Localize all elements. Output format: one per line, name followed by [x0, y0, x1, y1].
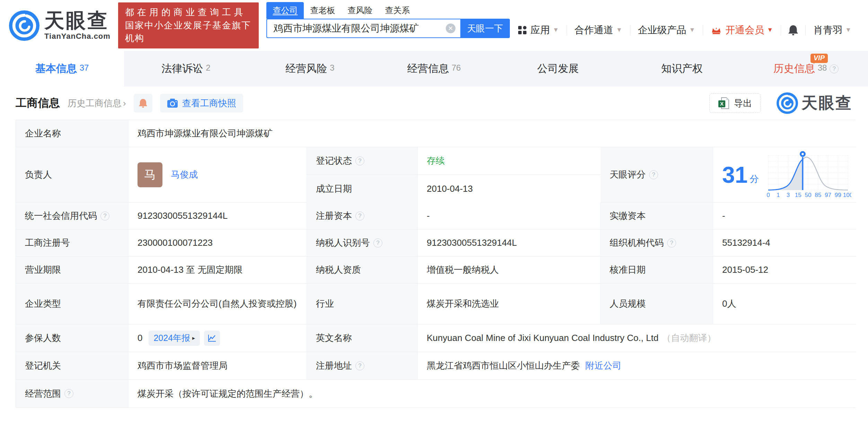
help-icon[interactable]: ?	[355, 361, 364, 370]
annual-report-tag[interactable]: 2024年报▸	[149, 331, 200, 346]
tab-business-info[interactable]: 经营信息76	[372, 51, 496, 87]
field-value-business-scope: 煤炭开采（按许可证规定的范围生产经营）。	[129, 380, 856, 407]
main-content: 工商信息 历史工商信息› 查看工商快照 X 导出	[0, 87, 868, 408]
search-tab-boss[interactable]: 查老板	[304, 2, 341, 19]
search-tab-relation[interactable]: 查关系	[379, 2, 416, 19]
caret-right-icon: ▸	[192, 334, 195, 342]
notification-bell-icon[interactable]	[781, 24, 805, 36]
section-header: 工商信息 历史工商信息› 查看工商快照 X 导出	[16, 87, 852, 120]
tab-company-development[interactable]: 公司发展	[496, 51, 620, 87]
apps-grid-icon	[517, 25, 527, 35]
field-label-english-name: 英文名称	[307, 324, 418, 352]
field-label-taxpayer-qual: 纳税人资质	[307, 256, 418, 284]
help-icon[interactable]: ?	[64, 389, 73, 398]
export-button[interactable]: X 导出	[709, 93, 761, 113]
field-label-staff-size: 人员规模	[601, 284, 713, 324]
tianyancha-logo-icon	[9, 10, 39, 41]
vip-badge: VIP	[811, 54, 828, 63]
tab-basic-info[interactable]: 基本信息37	[0, 51, 124, 87]
field-value-taxpayer-qual: 增值税一般纳税人	[418, 256, 601, 284]
score-axis-labels: 0 1 3 15 50 85 97 99 100	[767, 192, 852, 198]
field-label-insured: 参保人数	[16, 324, 129, 352]
field-value-reg-capital: -	[418, 202, 601, 230]
help-icon[interactable]: ?	[355, 212, 364, 220]
avatar[interactable]: 马	[138, 162, 162, 187]
tab-history-info[interactable]: VIP 历史信息 38 ?	[744, 51, 868, 87]
score-distribution-chart: 0 1 3 15 50 85 97 99 100	[765, 150, 851, 199]
field-value-score: 31 分 0 1 3 15 50 85 97 99	[713, 147, 856, 202]
help-icon[interactable]: ?	[830, 64, 839, 73]
promo-line2: 国家中小企业发展子基金旗下机构	[125, 19, 252, 45]
svg-text:0: 0	[767, 192, 770, 198]
svg-text:15: 15	[795, 192, 801, 198]
field-label-uscc: 统一社会信用代码?	[16, 202, 129, 230]
line-chart-icon	[207, 334, 216, 342]
field-value-english-name: Kunyuan Coal Mine of Jixi Kunyuan Coal I…	[418, 324, 856, 352]
svg-text:100: 100	[843, 192, 851, 198]
promo-banner: 都在用的商业查询工具 国家中小企业发展子基金旗下机构	[118, 2, 259, 48]
field-value-uscc: 91230300551329144L	[129, 202, 307, 230]
clear-icon[interactable]: ✕	[446, 24, 455, 33]
field-label-score: 天眼评分?	[601, 147, 713, 202]
brand-domain: TianYanCha.com	[44, 32, 110, 41]
help-icon[interactable]: ?	[667, 238, 676, 248]
business-snapshot-button[interactable]: 查看工商快照	[160, 94, 243, 112]
chevron-down-icon: ▼	[845, 26, 851, 34]
monitor-bell-button[interactable]	[134, 94, 152, 112]
nav-membership[interactable]: 开通会员▼	[703, 24, 781, 37]
trend-chart-button[interactable]	[204, 331, 220, 346]
svg-text:3: 3	[787, 192, 790, 198]
nav-enterprise[interactable]: 企业级产品▼	[630, 24, 703, 37]
header: 天眼查 TianYanCha.com 都在用的商业查询工具 国家中小企业发展子基…	[0, 0, 868, 51]
field-value-reg-authority: 鸡西市市场监督管理局	[129, 352, 307, 380]
field-label-legal-rep: 负责人	[16, 147, 129, 202]
svg-text:97: 97	[825, 192, 831, 198]
svg-text:85: 85	[815, 192, 822, 198]
nav-apps[interactable]: 应用▼	[510, 24, 567, 37]
search-input[interactable]	[266, 19, 460, 38]
field-label-industry: 行业	[307, 284, 418, 324]
field-label-reg-address: 注册地址?	[307, 352, 418, 380]
field-value-industry: 煤炭开采和洗选业	[418, 284, 601, 324]
chevron-right-icon: ›	[123, 98, 126, 108]
field-label-business-scope: 经营范围?	[16, 380, 129, 407]
username: 肖青羽	[813, 24, 842, 37]
field-label-business-term: 营业期限	[16, 256, 129, 284]
tab-intellectual-property[interactable]: 知识产权	[620, 51, 744, 87]
tianyancha-watermark-icon	[777, 92, 798, 114]
tianyancha-logo[interactable]: 天眼查 TianYanCha.com	[9, 10, 110, 41]
tab-legal[interactable]: 法律诉讼2	[124, 51, 248, 87]
user-menu[interactable]: 肖青羽▼	[806, 24, 859, 37]
nearby-companies-link[interactable]: 附近公司	[585, 359, 621, 372]
chevron-down-icon: ▼	[689, 26, 696, 34]
field-value-business-term: 2010-04-13 至 无固定期限	[129, 256, 307, 284]
field-label-taxpayer-id: 纳税人识别号?	[307, 230, 418, 256]
field-value-approval-date: 2015-05-12	[713, 256, 856, 284]
section-tabbar: 基本信息37 法律诉讼2 经营风险3 经营信息76 公司发展 知识产权 VIP …	[0, 51, 868, 87]
auto-translate-note: （自动翻译）	[662, 331, 716, 345]
field-value-reg-address: 黑龙江省鸡西市恒山区小恒山办生产委 附近公司	[418, 352, 856, 380]
help-icon[interactable]: ?	[373, 238, 382, 248]
svg-text:99: 99	[835, 192, 841, 198]
help-icon[interactable]: ?	[100, 212, 109, 220]
field-value-org-code: 55132914-4	[713, 230, 856, 256]
search-tab-company[interactable]: 查公司	[266, 2, 304, 19]
field-value-reg-status: 存续	[418, 147, 601, 175]
field-label-company-name: 企业名称	[16, 120, 129, 147]
section-title: 工商信息	[16, 96, 60, 111]
bell-icon	[139, 98, 148, 108]
help-icon[interactable]: ?	[355, 156, 364, 165]
legal-rep-link[interactable]: 马俊成	[171, 168, 198, 181]
help-icon[interactable]: ?	[649, 170, 658, 179]
tab-operation-risk[interactable]: 经营风险3	[248, 51, 372, 87]
nav-partner[interactable]: 合作通道▼	[567, 24, 630, 37]
history-business-info-link[interactable]: 历史工商信息›	[68, 97, 126, 109]
field-value-paid-capital: -	[713, 202, 856, 230]
score-unit: 分	[750, 172, 759, 186]
search-tab-risk[interactable]: 查风险	[341, 2, 379, 19]
svg-text:1: 1	[777, 192, 780, 198]
search-area: 查公司 查老板 查风险 查关系 ✕ 天眼一下	[266, 2, 510, 38]
search-button[interactable]: 天眼一下	[460, 19, 510, 38]
field-label-reg-authority: 登记机关	[16, 352, 129, 380]
field-value-company-type: 有限责任公司分公司(自然人投资或控股)	[129, 284, 307, 324]
